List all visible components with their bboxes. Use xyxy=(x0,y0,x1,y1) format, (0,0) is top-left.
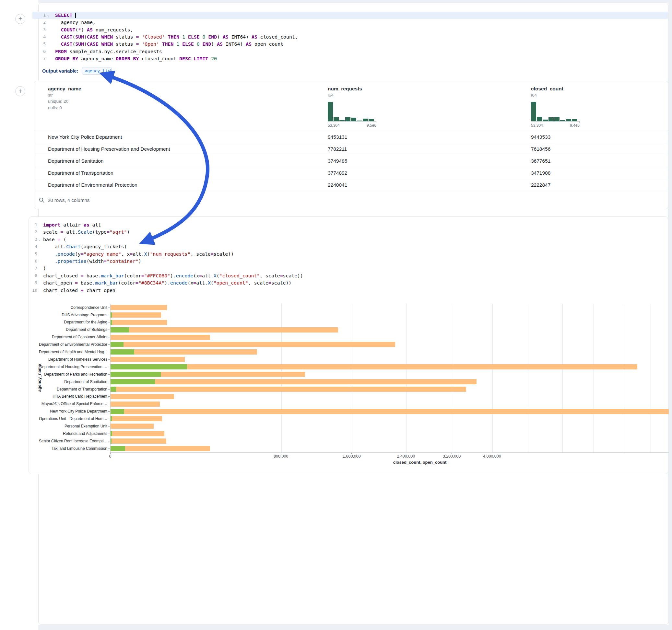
code-token: = xyxy=(280,273,283,278)
code-text: ) xyxy=(42,265,46,272)
code-token xyxy=(43,258,55,264)
code-token xyxy=(179,41,182,47)
code-token: (color xyxy=(124,273,141,278)
code-token: 'Open' xyxy=(142,41,159,47)
fold-chevron-icon[interactable]: ⌄ xyxy=(46,12,51,19)
code-line[interactable]: 2scale = alt.Scale(type="sqrt") xyxy=(29,228,668,236)
fold-chevron-icon xyxy=(37,243,42,250)
code-token: CASE xyxy=(87,34,99,40)
code-token xyxy=(194,41,197,47)
code-token: , scale xyxy=(190,251,210,257)
code-line[interactable]: 9chart_open = base.mark_bar(color="#8BC3… xyxy=(29,280,668,287)
code-line[interactable]: 1⌄SELECT xyxy=(32,12,668,19)
column-header-closed_count[interactable]: closed_counti6453,3049.4e6 xyxy=(531,81,668,131)
code-token: * xyxy=(78,27,81,32)
table-row[interactable]: Department of Transportation377489234719… xyxy=(34,167,668,179)
column-dtype: i64 xyxy=(531,92,668,98)
fold-chevron-icon xyxy=(37,250,42,258)
code-text: chart_closed + chart_open xyxy=(42,287,115,294)
code-token: , scale xyxy=(248,280,268,286)
code-line[interactable]: 4 alt.Chart(agency_tickets) xyxy=(29,243,668,250)
line-number: 5 xyxy=(32,41,46,48)
code-token: alt xyxy=(196,280,205,286)
code-token: chart_closed xyxy=(43,287,81,293)
add-cell-button[interactable]: + xyxy=(15,86,25,96)
code-token: 20 xyxy=(211,56,217,61)
line-number: 3 xyxy=(29,236,37,243)
histogram-axis xyxy=(531,121,580,122)
table-row[interactable]: Department of Sanitation37494853677651 xyxy=(34,155,668,167)
code-token: = xyxy=(104,258,107,264)
table-footer-text: 20 rows, 4 columns xyxy=(48,197,90,203)
code-token: ( xyxy=(84,41,87,47)
table-cell: 3677651 xyxy=(531,158,668,164)
table-cell: Department of Sanitation xyxy=(34,158,328,164)
code-token: base xyxy=(83,273,98,278)
code-token: chart_closed xyxy=(43,273,81,278)
code-line[interactable]: 3⌄base = ( xyxy=(29,236,668,243)
add-cell-button[interactable]: + xyxy=(15,14,25,24)
output-variable-pill[interactable]: agency_tickets xyxy=(82,67,112,75)
code-text: CAST(SUM(CASE WHEN status = 'Open' THEN … xyxy=(51,41,283,48)
code-token xyxy=(43,251,55,257)
fold-chevron-icon xyxy=(46,33,51,41)
column-header-num_requests[interactable]: num_requestsi6453,3049.5e6 xyxy=(328,81,531,131)
line-number: 8 xyxy=(29,272,37,280)
code-token: open_count xyxy=(251,41,283,47)
code-token: scale)) xyxy=(214,251,234,257)
code-token: AS xyxy=(217,41,223,47)
sql-cell-editor[interactable]: 1⌄SELECT 2 agency_name,3 COUNT(*) AS num… xyxy=(32,12,668,63)
code-line[interactable]: 3 COUNT(*) AS num_requests, xyxy=(32,26,668,33)
table-cell: 7618456 xyxy=(531,146,668,152)
code-token: "sqrt" xyxy=(110,229,127,235)
code-token: status xyxy=(113,41,136,47)
fold-chevron-icon xyxy=(37,265,42,272)
code-line[interactable]: 1import altair as alt xyxy=(29,221,668,228)
code-token: ) xyxy=(127,229,130,235)
code-token: (color xyxy=(118,280,136,286)
code-token: num_requests, xyxy=(93,27,133,32)
table-row[interactable]: New York City Police Department945313194… xyxy=(34,131,668,143)
code-token xyxy=(173,41,176,47)
code-token: = xyxy=(193,280,196,286)
code-token: ) xyxy=(81,27,87,32)
code-line[interactable]: 2 agency_name, xyxy=(32,19,668,26)
code-line[interactable]: 5 .encode(y="agency_name", x=alt.X("num_… xyxy=(29,250,668,258)
search-icon[interactable] xyxy=(39,197,44,203)
table-cell: New York City Police Department xyxy=(34,134,328,140)
code-token: DESC xyxy=(179,56,191,61)
code-token: alt xyxy=(202,273,211,278)
background-strip-top xyxy=(38,0,672,3)
code-text: CAST(SUM(CASE WHEN status = 'Closed' THE… xyxy=(51,33,298,41)
line-number: 5 xyxy=(29,250,37,258)
column-header-agency_name[interactable]: agency_namestrunique: 20nulls: 0 xyxy=(34,81,328,131)
code-line[interactable]: 8chart_closed = base.mark_bar(color="#FF… xyxy=(29,272,668,280)
code-line[interactable]: 5 CAST(SUM(CASE WHEN status = 'Open' THE… xyxy=(32,41,668,48)
code-token: ) xyxy=(170,273,173,278)
python-cell-editor[interactable]: 1import altair as alt2scale = alt.Scale(… xyxy=(29,221,668,294)
code-text: chart_open = base.mark_bar(color="#8BC34… xyxy=(42,280,291,287)
code-line[interactable]: 10chart_closed + chart_open xyxy=(29,287,668,294)
code-token: AS xyxy=(87,27,93,32)
code-token xyxy=(55,27,61,32)
code-token: ORDER BY xyxy=(116,56,139,61)
table-cell: 9443533 xyxy=(531,134,668,140)
code-token xyxy=(208,56,211,61)
fold-chevron-icon[interactable]: ⌄ xyxy=(37,236,42,243)
table-row[interactable]: Department of Environmental Protection22… xyxy=(34,179,668,191)
column-dtype: str xyxy=(48,92,328,98)
output-variable-row: Output variable: agency_tickets xyxy=(42,67,112,75)
table-row[interactable]: Department of Housing Preservation and D… xyxy=(34,143,668,155)
code-line[interactable]: 7) xyxy=(29,265,668,272)
fold-chevron-icon xyxy=(37,280,42,287)
code-token: scale xyxy=(43,229,60,235)
code-line[interactable]: 4 CAST(SUM(CASE WHEN status = 'Closed' T… xyxy=(32,33,668,41)
code-line[interactable]: 6 .properties(width="container") xyxy=(29,258,668,265)
code-line[interactable]: 6FROM sample_data.nyc.service_requests xyxy=(32,48,668,55)
code-token: chart_open xyxy=(43,280,75,286)
code-line[interactable]: 7GROUP BY agency_name ORDER BY closed_co… xyxy=(32,55,668,62)
fold-chevron-icon xyxy=(37,221,42,228)
code-token: base xyxy=(43,237,58,242)
line-number: 1 xyxy=(29,221,37,228)
fold-chevron-icon xyxy=(37,272,42,280)
